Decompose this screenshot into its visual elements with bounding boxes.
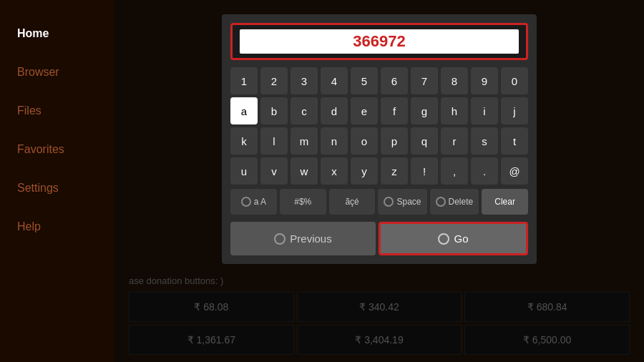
previous-button[interactable]: Previous — [230, 222, 376, 255]
key-u[interactable]: u — [230, 157, 258, 185]
key-6[interactable]: 6 — [381, 67, 408, 94]
keyboard-section: 1 2 3 4 5 6 7 8 9 0 a b c d e — [230, 67, 528, 255]
alpha-row-1: a b c d e f g h i j — [230, 97, 528, 124]
key-a[interactable]: a — [230, 97, 258, 124]
func-accents-label: ãçé — [345, 197, 358, 207]
circle-icon — [241, 197, 251, 207]
key-j[interactable]: j — [501, 97, 528, 124]
key-4[interactable]: 4 — [321, 67, 348, 94]
key-g[interactable]: g — [411, 97, 438, 124]
key-v[interactable]: v — [260, 157, 288, 185]
key-2[interactable]: 2 — [260, 67, 288, 94]
key-at[interactable]: @ — [501, 157, 528, 185]
go-icon — [438, 233, 449, 245]
key-r[interactable]: r — [441, 127, 468, 155]
keyboard-input-wrapper — [230, 23, 528, 60]
func-case-label: a A — [254, 197, 266, 207]
alpha-row-2: k l m n o p q r s t — [230, 127, 528, 155]
previous-icon — [274, 233, 286, 245]
func-clear-label: Clear — [494, 197, 515, 207]
key-z[interactable]: z — [381, 157, 408, 185]
key-1[interactable]: 1 — [230, 67, 258, 94]
key-k[interactable]: k — [230, 127, 258, 155]
key-p[interactable]: p — [381, 127, 408, 155]
circle-icon-space — [384, 197, 394, 207]
func-key-delete[interactable]: Delete — [430, 189, 479, 215]
key-8[interactable]: 8 — [441, 67, 468, 94]
func-key-symbols[interactable]: #$% — [280, 189, 326, 215]
number-row: 1 2 3 4 5 6 7 8 9 0 — [230, 67, 528, 94]
key-x[interactable]: x — [321, 157, 348, 185]
keyboard-input[interactable] — [240, 29, 519, 54]
sidebar-item-favorites[interactable]: Favorites — [0, 130, 114, 169]
key-c[interactable]: c — [291, 97, 318, 124]
previous-label: Previous — [290, 233, 331, 245]
sidebar-item-files[interactable]: Files — [0, 92, 114, 130]
func-key-space[interactable]: Space — [378, 189, 426, 215]
key-5[interactable]: 5 — [351, 67, 378, 94]
func-delete-label: Delete — [449, 197, 474, 207]
function-row: a A #$% ãçé Space Delete — [230, 189, 528, 215]
go-button[interactable]: Go — [379, 222, 528, 255]
sidebar-item-help[interactable]: Help — [0, 207, 114, 246]
key-i[interactable]: i — [471, 97, 498, 124]
func-key-clear[interactable]: Clear — [482, 189, 528, 215]
key-m[interactable]: m — [291, 127, 318, 155]
key-9[interactable]: 9 — [471, 67, 498, 94]
func-space-label: Space — [396, 197, 421, 207]
key-y[interactable]: y — [351, 157, 378, 185]
key-comma[interactable]: , — [441, 157, 468, 185]
key-7[interactable]: 7 — [411, 67, 438, 94]
func-symbols-label: #$% — [294, 197, 311, 207]
sidebar-item-settings[interactable]: Settings — [0, 169, 114, 207]
key-0[interactable]: 0 — [501, 67, 528, 94]
key-l[interactable]: l — [260, 127, 288, 155]
sidebar: Home Browser Files Favorites Settings He… — [0, 0, 114, 362]
key-o[interactable]: o — [351, 127, 378, 155]
func-key-case[interactable]: a A — [230, 189, 277, 215]
key-d[interactable]: d — [321, 97, 348, 124]
key-q[interactable]: q — [411, 127, 438, 155]
key-t[interactable]: t — [501, 127, 528, 155]
main-content: ase donation buttons: ) ₹ 68.08 ₹ 340.42… — [114, 0, 644, 362]
nav-row: Previous Go — [230, 222, 528, 255]
go-label: Go — [454, 233, 468, 245]
circle-icon-delete — [436, 197, 446, 207]
func-key-accents[interactable]: ãçé — [329, 189, 376, 215]
key-b[interactable]: b — [260, 97, 288, 124]
key-f[interactable]: f — [381, 97, 408, 124]
key-s[interactable]: s — [471, 127, 498, 155]
alpha-row-3: u v w x y z ! , . @ — [230, 157, 528, 185]
key-e[interactable]: e — [351, 97, 378, 124]
modal-overlay: 1 2 3 4 5 6 7 8 9 0 a b c d e — [114, 0, 644, 362]
key-exclamation[interactable]: ! — [411, 157, 438, 185]
key-w[interactable]: w — [291, 157, 318, 185]
key-period[interactable]: . — [471, 157, 498, 185]
key-h[interactable]: h — [441, 97, 468, 124]
key-3[interactable]: 3 — [291, 67, 318, 94]
key-n[interactable]: n — [321, 127, 348, 155]
sidebar-item-home[interactable]: Home — [0, 14, 114, 53]
sidebar-item-browser[interactable]: Browser — [0, 53, 114, 92]
keyboard-modal: 1 2 3 4 5 6 7 8 9 0 a b c d e — [222, 14, 537, 264]
